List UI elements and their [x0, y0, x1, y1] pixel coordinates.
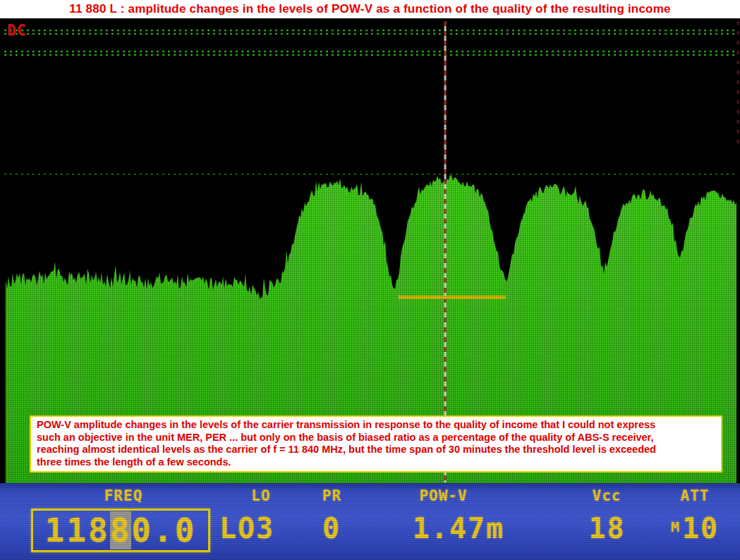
threshold-marker — [399, 296, 506, 299]
pr-value: 0 — [303, 512, 360, 544]
annotation-line: POW-V amplitude changes in the levels of… — [37, 419, 715, 432]
title-bar: 11 880 L : amplitude changes in the leve… — [0, 0, 740, 18]
analyzer-screenshot: 11 880 L : amplitude changes in the leve… — [0, 0, 740, 560]
att-prefix: M — [671, 518, 681, 535]
att-value: M10 — [656, 512, 734, 544]
freq-label: FREQ — [78, 487, 169, 504]
spectrum-screen: DC — [0, 18, 740, 483]
att-label: ATT — [663, 487, 727, 504]
lo-label: LO — [229, 487, 293, 504]
lo-value: LO3 — [208, 512, 286, 544]
annotation-line: such an objective in the unit MER, PER .… — [37, 432, 715, 444]
pr-label: PR — [302, 487, 362, 504]
annotation-box: POW-V amplitude changes in the levels of… — [30, 415, 722, 473]
dc-indicator: DC — [7, 22, 26, 39]
annotation-line: three times the length of a few seconds. — [37, 456, 715, 469]
vcc-value: 18 — [577, 512, 637, 544]
freq-value: 11880.0 — [45, 511, 197, 549]
status-bar: FREQ LO PR POW-V Vcc ATT 11880.0 LO3 0 1… — [0, 483, 740, 560]
vcc-label: Vcc — [575, 487, 638, 504]
powv-value: 1.47m — [399, 512, 518, 544]
page-title: 11 880 L : amplitude changes in the leve… — [69, 2, 670, 16]
graticule-dotted-lines — [4, 30, 736, 174]
powv-label: POW-V — [392, 487, 495, 504]
att-number: 10 — [682, 512, 719, 544]
freq-value-box[interactable]: 11880.0 — [31, 509, 210, 552]
annotation-line: reaching almost identical levels as the … — [37, 444, 715, 456]
waveform-plot — [0, 18, 740, 483]
